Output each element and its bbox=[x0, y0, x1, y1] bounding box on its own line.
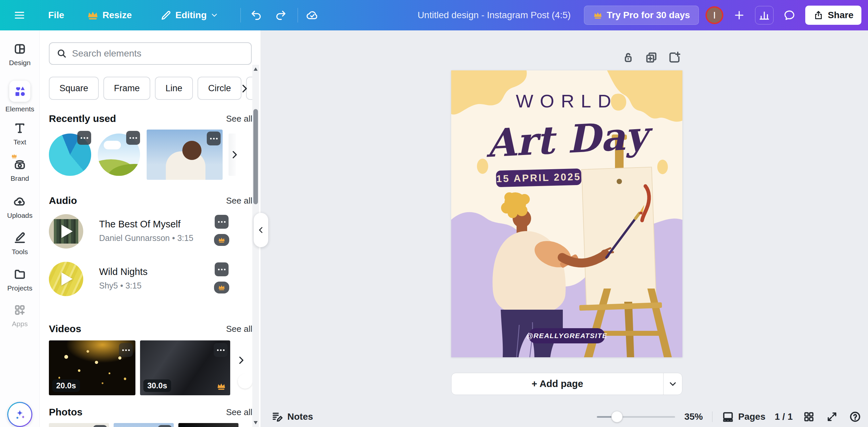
photo-thumbnail[interactable] bbox=[114, 423, 174, 427]
sidebar-item-brand[interactable]: Brand bbox=[0, 158, 40, 182]
add-page-button[interactable]: + Add page bbox=[452, 373, 663, 395]
chips-next-arrow[interactable] bbox=[237, 81, 252, 96]
audio-header: Audio See all bbox=[49, 195, 252, 206]
search-box[interactable] bbox=[49, 42, 252, 65]
photos-see-all[interactable]: See all bbox=[226, 407, 253, 418]
undo-button[interactable] bbox=[247, 5, 266, 26]
duplicate-page-button[interactable] bbox=[644, 50, 659, 65]
sidebar-item-tools[interactable]: Tools bbox=[0, 231, 40, 256]
chevron-right-icon bbox=[236, 355, 246, 366]
videos-see-all[interactable]: See all bbox=[226, 324, 253, 334]
page-toolbar bbox=[621, 50, 682, 65]
chip-frame[interactable]: Frame bbox=[103, 77, 150, 100]
audio-track-row[interactable]: Wild Nights Shy5 • 3:15 bbox=[49, 262, 252, 300]
search-input[interactable] bbox=[72, 48, 230, 59]
resize-button[interactable]: Resize bbox=[82, 5, 136, 26]
comment-bubble-icon bbox=[783, 9, 796, 22]
zoom-slider-thumb[interactable] bbox=[611, 411, 623, 422]
audio-track-row[interactable]: The Best Of Myself Daniel Gunnarsson • 3… bbox=[49, 214, 252, 253]
sidebar-item-design[interactable]: Design bbox=[0, 42, 40, 67]
projects-folder-icon bbox=[13, 268, 26, 281]
recently-used-next-arrow[interactable] bbox=[225, 130, 244, 180]
add-page-dropdown-button[interactable] bbox=[663, 373, 682, 395]
main-menu-button[interactable] bbox=[8, 5, 30, 26]
zoom-slider[interactable] bbox=[597, 411, 675, 423]
more-options-button[interactable] bbox=[207, 132, 221, 145]
video-duration-badge: 30.0s bbox=[143, 379, 171, 392]
sidebar-item-elements[interactable]: Elements bbox=[0, 81, 40, 113]
add-to-design-button[interactable] bbox=[667, 50, 682, 65]
sidebar-item-text[interactable]: Text bbox=[0, 122, 40, 146]
add-member-button[interactable] bbox=[730, 6, 748, 25]
more-options-button[interactable] bbox=[93, 425, 107, 427]
redo-button[interactable] bbox=[271, 5, 290, 26]
more-options-button[interactable] bbox=[214, 343, 227, 357]
video-thumbnail-dark-silk[interactable]: 30.0s bbox=[140, 340, 230, 395]
photo-thumbnail[interactable] bbox=[178, 423, 239, 427]
share-label: Share bbox=[828, 10, 854, 21]
share-button[interactable]: Share bbox=[805, 6, 861, 25]
sidebar-item-label: Design bbox=[0, 59, 40, 67]
pro-crown-badge bbox=[214, 282, 229, 293]
notes-button[interactable]: Notes bbox=[272, 411, 313, 423]
try-pro-button[interactable]: Try Pro for 30 days bbox=[584, 6, 699, 25]
more-options-button[interactable] bbox=[126, 131, 140, 145]
account-avatar[interactable]: I bbox=[706, 6, 723, 24]
recent-item-landscape[interactable] bbox=[98, 130, 140, 180]
zoom-slider-track bbox=[597, 416, 675, 418]
save-status-button[interactable] bbox=[303, 5, 322, 26]
pages-view-button[interactable]: Pages bbox=[722, 410, 766, 423]
uploads-cloud-icon bbox=[13, 195, 26, 208]
more-options-button[interactable] bbox=[215, 262, 228, 276]
help-button[interactable] bbox=[848, 410, 862, 424]
fullscreen-button[interactable] bbox=[825, 410, 839, 424]
topbar-divider bbox=[241, 8, 241, 23]
plus-icon bbox=[733, 9, 745, 22]
scrollbar-thumb[interactable] bbox=[253, 109, 258, 204]
chip-circle[interactable]: Circle bbox=[197, 77, 242, 100]
crown-icon bbox=[593, 10, 603, 20]
video-duration-badge: 20.0s bbox=[52, 379, 80, 392]
more-options-button[interactable] bbox=[119, 343, 133, 357]
crown-icon bbox=[218, 284, 225, 291]
grid-view-button[interactable] bbox=[802, 410, 816, 424]
play-icon bbox=[61, 225, 73, 238]
photo-thumbnail[interactable] bbox=[49, 423, 109, 427]
chip-line[interactable]: Line bbox=[155, 77, 193, 100]
more-options-button[interactable] bbox=[158, 425, 172, 427]
apps-grid-plus-icon bbox=[13, 304, 26, 317]
scroll-up-arrow[interactable] bbox=[254, 67, 258, 71]
section-title: Recently used bbox=[49, 113, 116, 124]
design-page[interactable]: WORLD Art Day 15 APRIL 2025 @REALLYGREAT… bbox=[451, 70, 682, 357]
sidebar-item-projects[interactable]: Projects bbox=[0, 268, 40, 292]
recently-used-see-all[interactable]: See all bbox=[226, 114, 253, 124]
audio-see-all[interactable]: See all bbox=[226, 196, 253, 206]
panel-collapse-handle[interactable] bbox=[254, 213, 268, 247]
crown-icon bbox=[218, 236, 225, 244]
more-options-button[interactable] bbox=[77, 131, 91, 145]
document-title[interactable]: Untitled design - Instagram Post (4:5) bbox=[418, 0, 570, 30]
lock-button[interactable] bbox=[621, 50, 636, 65]
videos-next-arrow[interactable] bbox=[230, 340, 252, 380]
editing-label: Editing bbox=[175, 10, 207, 21]
try-pro-label: Try Pro for 30 days bbox=[607, 10, 690, 21]
editing-mode-button[interactable]: Editing bbox=[155, 5, 223, 26]
chip-square[interactable]: Square bbox=[49, 77, 99, 100]
video-thumbnail-gold-sparkles[interactable]: 20.0s bbox=[49, 340, 135, 395]
bottom-bar-divider bbox=[712, 411, 712, 422]
recent-item-photo[interactable] bbox=[147, 130, 223, 180]
elements-panel: Square Frame Line Circle R Recently used… bbox=[40, 30, 261, 427]
more-options-button[interactable] bbox=[215, 215, 228, 229]
tools-pen-icon bbox=[13, 231, 26, 245]
recent-item-pie-chart[interactable] bbox=[49, 130, 91, 180]
scroll-down-arrow[interactable] bbox=[254, 421, 258, 424]
sidebar-item-uploads[interactable]: Uploads bbox=[0, 195, 40, 220]
comments-button[interactable] bbox=[780, 6, 799, 25]
top-bar-right: Try Pro for 30 days I Share bbox=[584, 0, 861, 30]
canva-assistant-button[interactable] bbox=[7, 402, 32, 427]
chevron-left-icon bbox=[257, 226, 265, 234]
section-title: Audio bbox=[49, 195, 77, 206]
file-menu-button[interactable]: File bbox=[43, 5, 69, 26]
insights-button[interactable] bbox=[755, 6, 774, 25]
sidebar-item-apps[interactable]: Apps bbox=[0, 304, 40, 328]
